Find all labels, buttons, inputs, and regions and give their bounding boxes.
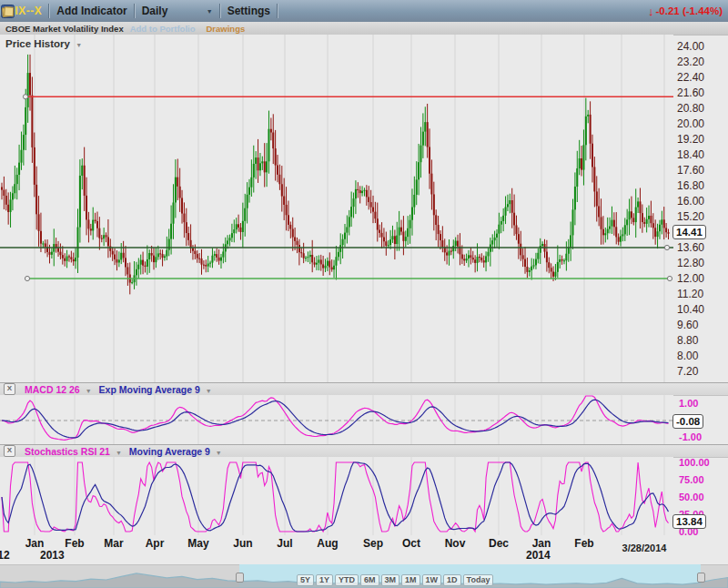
last-date-label: 3/28/2014 <box>622 542 667 553</box>
price-tick: 20.80 <box>677 102 704 115</box>
range-button-1y[interactable]: 1Y <box>316 574 333 586</box>
add-indicator-button[interactable]: Add Indicator <box>56 5 126 17</box>
toolbar-divider <box>48 4 50 18</box>
trendline-handle[interactable] <box>23 95 27 99</box>
stoch-axis-tick: 100.00 <box>679 457 710 468</box>
month-label: Nov <box>445 537 466 550</box>
macd-ma-label: Exp Moving Average 9 <box>99 384 200 395</box>
price-tick: 12.00 <box>677 272 704 285</box>
chevron-down-icon: ▼ <box>86 388 92 394</box>
stoch-axis-tick: 75.00 <box>679 474 704 485</box>
facebook-icon[interactable] <box>350 4 366 19</box>
close-icon[interactable]: X <box>4 383 15 395</box>
range-button-6m[interactable]: 6M <box>360 574 379 586</box>
settings-button[interactable]: Settings <box>228 5 270 17</box>
price-tick: 11.20 <box>677 288 703 300</box>
year-label: 2013 <box>40 549 65 562</box>
price-tick: 18.40 <box>677 148 704 161</box>
macd-ma-dropdown[interactable]: Exp Moving Average 9 ▼ <box>99 384 212 395</box>
range-button-today[interactable]: Today <box>463 574 494 586</box>
notes-icon[interactable] <box>392 4 408 19</box>
add-to-portfolio-link[interactable]: Add to Portfolio <box>130 24 196 34</box>
macd-axis-tick: 1.00 <box>679 398 698 409</box>
price-tick: 16.80 <box>677 179 704 192</box>
month-label: Sep <box>363 537 383 550</box>
month-label: Apr <box>146 537 165 550</box>
year-label: 2012 <box>0 549 10 562</box>
toolbar-divider <box>134 4 136 18</box>
month-label: Jan <box>25 537 45 550</box>
price-tick: 10.40 <box>677 303 704 316</box>
alert-clock-icon[interactable] <box>288 4 303 19</box>
navigator-left-handle[interactable] <box>236 573 244 583</box>
close-icon[interactable]: X <box>4 445 15 457</box>
trendline-handle[interactable] <box>25 276 29 280</box>
stoch-indicator-dropdown[interactable]: Stochastics RSI 21 ▼ <box>25 446 122 457</box>
range-button-1d[interactable]: 1D <box>443 574 461 586</box>
month-label: Aug <box>317 537 338 550</box>
month-label: Feb <box>65 537 84 550</box>
chart-columns-icon[interactable] <box>308 4 324 19</box>
stoch-axis-tick: 50.00 <box>679 492 704 502</box>
price-tick: 12.80 <box>677 257 704 269</box>
price-history-dropdown[interactable]: Price History ▼ <box>5 38 82 49</box>
month-label: Jul <box>277 537 292 550</box>
price-tick: 24.00 <box>677 40 704 53</box>
toolbar-divider <box>219 4 221 18</box>
month-label: Oct <box>402 537 420 550</box>
price-change-value: -0.21 (-1.44%) <box>655 5 723 16</box>
last-price-badge: 14.41 <box>672 225 706 239</box>
drawings-link[interactable]: Drawings <box>206 24 245 34</box>
month-label: Mar <box>104 537 123 550</box>
toolbar-divider <box>277 4 278 18</box>
range-button-5y[interactable]: 5Y <box>297 574 314 586</box>
price-tick: 16.00 <box>677 195 704 208</box>
price-tick: 13.60 <box>677 241 704 254</box>
range-button-1w[interactable]: 1W <box>422 574 442 586</box>
camera-icon[interactable] <box>371 4 387 19</box>
chevron-down-icon: ▼ <box>216 450 222 456</box>
chevron-down-icon: ▼ <box>116 450 122 456</box>
range-button-1m[interactable]: 1M <box>401 574 420 586</box>
trendline-handle[interactable] <box>667 276 672 280</box>
price-tick: 22.40 <box>677 71 704 84</box>
price-change: ↓ -0.21 (-1.44%) <box>648 5 723 18</box>
price-tick: 19.20 <box>677 133 704 146</box>
macd-indicator-dropdown[interactable]: MACD 12 26 ▼ <box>25 384 92 395</box>
month-label: Jun <box>233 537 252 550</box>
month-label: Feb <box>574 537 593 550</box>
top-toolbar: VIX--X Add Indicator Daily ▼ Settings ↓ … <box>0 0 728 22</box>
twitter-icon[interactable] <box>329 4 345 19</box>
index-name-label: CBOE Market Volatility Index <box>5 24 124 34</box>
price-tick: 7.20 <box>677 365 698 378</box>
macd-axis-tick: -1.00 <box>679 431 702 442</box>
macd-label: MACD 12 26 <box>25 384 80 395</box>
month-label: Jan <box>532 537 551 550</box>
macd-chart-canvas[interactable] <box>0 395 673 444</box>
price-tick: 21.60 <box>677 86 704 99</box>
stoch-value-badge: 13.84 <box>672 514 706 529</box>
price-tick: 9.60 <box>677 319 698 331</box>
price-tick: 8.80 <box>677 334 698 347</box>
chevron-down-icon: ▼ <box>206 388 212 394</box>
stoch-ma-label: Moving Average 9 <box>129 446 210 457</box>
macd-value-badge: -0.08 <box>672 414 703 429</box>
price-chart-canvas[interactable] <box>0 35 673 382</box>
stoch-chart-canvas[interactable] <box>0 457 673 535</box>
range-button-ytd[interactable]: YTD <box>335 574 359 586</box>
stoch-ma-dropdown[interactable]: Moving Average 9 ▼ <box>129 446 222 457</box>
trendline-handle[interactable] <box>664 245 669 249</box>
price-tick: 15.20 <box>677 210 704 223</box>
stoch-label: Stochastics RSI 21 <box>25 446 110 457</box>
price-tick: 17.60 <box>677 164 704 177</box>
month-label: May <box>187 537 208 550</box>
month-label: Dec <box>489 537 509 550</box>
period-dropdown[interactable]: Daily ▼ <box>142 5 213 17</box>
navigator-right-handle[interactable] <box>697 573 705 583</box>
chevron-down-icon: ▼ <box>207 8 213 15</box>
range-buttons: 5Y1YYTD6M3M1M1W1DToday <box>297 574 493 586</box>
range-button-3m[interactable]: 3M <box>381 574 400 586</box>
period-dropdown-value: Daily <box>142 5 168 17</box>
year-label: 2014 <box>526 549 551 562</box>
price-tick: 23.20 <box>677 56 704 68</box>
